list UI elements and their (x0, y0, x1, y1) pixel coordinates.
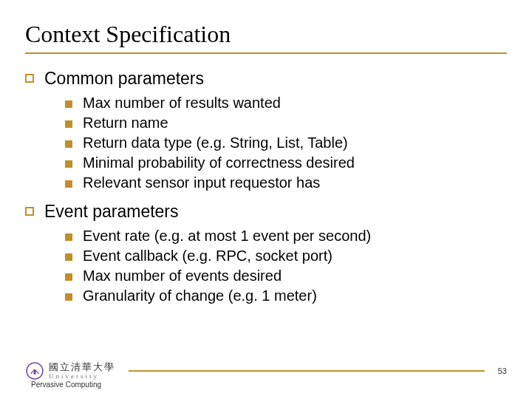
list-item: Return name (65, 115, 507, 132)
page-number: 53 (498, 366, 507, 375)
list-item-text: Minimal probability of correctness desir… (83, 154, 355, 171)
slide-title: Context Specification (25, 21, 507, 54)
list-item-text: Relevant sensor input requestor has (83, 174, 320, 191)
solid-square-bullet-icon (65, 293, 72, 301)
section: Event parametersEvent rate (e.g. at most… (25, 202, 507, 304)
solid-square-bullet-icon (65, 273, 72, 281)
list-item-text: Event rate (e.g. at most 1 event per sec… (83, 228, 371, 245)
solid-square-bullet-icon (65, 100, 72, 108)
list-item-text: Max number of events desired (83, 267, 282, 284)
section-items: Event rate (e.g. at most 1 event per sec… (25, 228, 507, 304)
solid-square-bullet-icon (65, 160, 72, 168)
list-item: Event rate (e.g. at most 1 event per sec… (65, 228, 507, 245)
section-header: Event parameters (25, 202, 507, 222)
footer-left: 國立清華大學 University (25, 361, 115, 381)
footer-divider (129, 370, 485, 372)
section: Common parametersMax number of results w… (25, 69, 507, 191)
university-name-cn: 國立清華大學 (49, 362, 115, 372)
section-label: Common parameters (44, 69, 204, 89)
list-item: Minimal probability of correctness desir… (65, 154, 507, 171)
university-logo-icon (25, 361, 44, 381)
section-label: Event parameters (44, 202, 179, 222)
university-name: 國立清華大學 University (49, 362, 115, 380)
section-items: Max number of results wantedReturn nameR… (25, 95, 507, 191)
svg-rect-1 (33, 369, 35, 375)
list-item-text: Max number of results wanted (83, 95, 281, 112)
list-item: Return data type (e.g. String, List, Tab… (65, 134, 507, 151)
list-item-text: Return data type (e.g. String, List, Tab… (83, 134, 348, 151)
content-area: Common parametersMax number of results w… (25, 69, 507, 304)
solid-square-bullet-icon (65, 233, 72, 241)
list-item-text: Return name (83, 115, 168, 132)
list-item: Max number of events desired (65, 267, 507, 284)
list-item-text: Granularity of change (e.g. 1 meter) (83, 287, 317, 304)
solid-square-bullet-icon (65, 140, 72, 148)
solid-square-bullet-icon (65, 120, 72, 128)
course-label: Pervasive Computing (31, 381, 101, 389)
list-item: Max number of results wanted (65, 95, 507, 112)
list-item: Event callback (e.g. RPC, socket port) (65, 248, 507, 265)
solid-square-bullet-icon (65, 253, 72, 261)
slide: Context Specification Common parametersM… (0, 0, 532, 399)
university-name-en: University (49, 373, 115, 380)
hollow-square-bullet-icon (25, 74, 34, 83)
list-item-text: Event callback (e.g. RPC, socket port) (83, 248, 332, 265)
list-item: Relevant sensor input requestor has (65, 174, 507, 191)
list-item: Granularity of change (e.g. 1 meter) (65, 287, 507, 304)
solid-square-bullet-icon (65, 180, 72, 188)
hollow-square-bullet-icon (25, 207, 34, 216)
section-header: Common parameters (25, 69, 507, 89)
